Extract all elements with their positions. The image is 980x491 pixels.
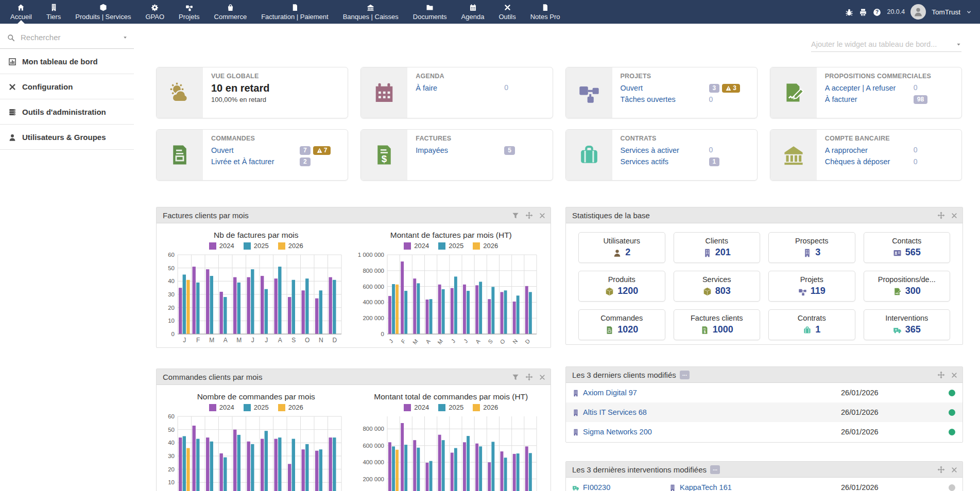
nav-item-facturation-paiement[interactable]: Facturation | Paiement: [254, 0, 336, 24]
panel-title: Les 3 dernières interventions modifiées: [572, 465, 707, 474]
kpi-row: Services à activer0: [621, 145, 750, 156]
chart-legend: 202420252026: [160, 242, 352, 250]
stat-box-services[interactable]: Services803: [674, 271, 761, 302]
more-button[interactable]: ...: [680, 371, 690, 379]
close-icon[interactable]: [539, 372, 545, 381]
kpi-row: Services actifs1: [621, 156, 750, 167]
printer-icon[interactable]: [859, 7, 867, 16]
stat-box-factures-clients[interactable]: Factures clients$1000: [674, 309, 761, 340]
svg-text:600 000: 600 000: [363, 284, 384, 290]
client-link[interactable]: KappaTech 161: [669, 483, 841, 491]
svg-text:10: 10: [168, 479, 175, 485]
kpi-row-link[interactable]: Services actifs: [621, 156, 709, 167]
stat-box-projets[interactable]: Projets119: [768, 271, 855, 302]
move-icon[interactable]: [525, 372, 533, 381]
kpi-row-link[interactable]: A rapprocher: [825, 145, 914, 156]
building-icon: [703, 248, 712, 257]
nav-item-documents[interactable]: Documents: [406, 0, 454, 24]
stat-box-propositions-de[interactable]: Propositions/de...300: [864, 271, 951, 302]
sidebar-item-mon-tableau-de-bord[interactable]: Mon tableau de bord: [0, 49, 134, 74]
stat-box-contacts[interactable]: Contacts565: [864, 232, 951, 263]
close-icon[interactable]: [539, 211, 545, 220]
kpi-row-link[interactable]: Livrée et À facturer: [211, 156, 300, 167]
stat-value: 565: [905, 247, 921, 258]
move-icon[interactable]: [525, 211, 533, 220]
svg-text:800 000: 800 000: [363, 268, 384, 274]
nav-item-label: Projets: [179, 13, 199, 21]
stat-label: Utilisateurs: [581, 237, 663, 245]
stat-box-interventions[interactable]: Interventions365: [864, 309, 951, 340]
nav-item-gpao[interactable]: GPAO: [138, 0, 171, 24]
search-input[interactable]: [20, 32, 118, 42]
stats-grid: Utilisateurs2Clients201Prospects3Contact…: [566, 223, 962, 349]
more-button[interactable]: ...: [710, 465, 720, 474]
search-caret-icon[interactable]: [123, 33, 128, 42]
stat-box-utilisateurs[interactable]: Utilisateurs2: [578, 232, 665, 263]
avatar[interactable]: [910, 4, 926, 20]
kpi-row-link[interactable]: A accepter | A refuser: [825, 82, 914, 94]
kpi-row-link[interactable]: Services à activer: [621, 145, 709, 156]
modified-date: 26/01/2026: [841, 408, 942, 416]
kpi-card-commandes: COMMANDESOuvert77Livrée et À facturer2: [156, 129, 348, 181]
svg-text:200 000: 200 000: [363, 476, 384, 482]
note-icon: [541, 3, 549, 11]
bug-icon[interactable]: [845, 7, 853, 16]
kpi-sub-value: 100,00% en retard: [211, 96, 340, 103]
close-icon[interactable]: [951, 465, 957, 474]
stat-box-clients[interactable]: Clients201: [674, 232, 761, 263]
svg-text:50: 50: [168, 265, 175, 271]
kpi-row-link[interactable]: Chèques à déposer: [825, 156, 914, 167]
client-link[interactable]: Altis IT Services 68: [572, 408, 841, 416]
nav-item-accueil[interactable]: Accueil: [3, 0, 39, 24]
nav-item-notes-pro[interactable]: Notes Pro: [523, 0, 568, 24]
svg-text:60: 60: [168, 413, 175, 419]
stat-box-produits[interactable]: Produits1200: [578, 271, 665, 302]
svg-text:M: M: [237, 337, 242, 344]
close-icon[interactable]: [951, 211, 957, 220]
nav-item-tiers[interactable]: Tiers: [39, 0, 68, 24]
kpi-row-link[interactable]: Tâches ouvertes: [621, 94, 709, 105]
panel-commandes-clients-par-mois: Commandes clients par mois Nombre de com…: [156, 369, 551, 491]
sidebar-item-label: Utilisateurs & Groupes: [22, 133, 106, 142]
sidebar-item-utilisateurs-groupes[interactable]: Utilisateurs & Groupes: [0, 125, 134, 150]
dolibarr-dashboard: AccueilTiersProduits | ServicesGPAOProje…: [0, 0, 980, 491]
move-icon[interactable]: [937, 211, 945, 220]
nav-item-label: Produits | Services: [75, 13, 131, 21]
filter-icon[interactable]: [512, 211, 519, 220]
stat-box-contrats[interactable]: Contrats1: [768, 309, 855, 340]
svg-text:J: J: [450, 338, 456, 344]
move-icon[interactable]: [937, 465, 945, 474]
status-dot-green: [949, 429, 955, 435]
kpi-row-link[interactable]: À facturer: [825, 94, 914, 105]
add-widget-select[interactable]: Ajouter le widget au tableau de bord...: [811, 37, 961, 52]
nav-item-label: Documents: [413, 13, 447, 21]
sidebar-search: [0, 24, 134, 49]
user-menu[interactable]: TomTrust: [932, 8, 960, 16]
nav-item-outils[interactable]: Outils: [491, 0, 523, 24]
sidebar-item-outils-d-administration[interactable]: Outils d'administration: [0, 99, 134, 125]
help-icon[interactable]: ?: [873, 7, 881, 16]
truck-icon: [572, 483, 579, 491]
intervention-link[interactable]: FI00230: [572, 483, 669, 491]
client-link[interactable]: Axiom Digital 97: [572, 389, 841, 397]
legend-item-2024: 2024: [209, 242, 234, 250]
kpi-row-link[interactable]: Ouvert: [621, 82, 709, 94]
stat-box-prospects[interactable]: Prospects3: [768, 232, 855, 263]
close-icon[interactable]: [951, 370, 957, 379]
svg-text:$: $: [382, 153, 387, 164]
filter-icon[interactable]: [512, 372, 519, 381]
nav-item-commerce[interactable]: Commerce: [207, 0, 254, 24]
kpi-row-link[interactable]: À faire: [416, 82, 504, 94]
nav-item-banques-caisses[interactable]: Banques | Caisses: [336, 0, 406, 24]
kpi-row-link[interactable]: Impayées: [416, 145, 504, 156]
stat-label: Clients: [676, 237, 758, 245]
stat-box-commandes[interactable]: Commandes1020: [578, 309, 665, 340]
kpi-row-link[interactable]: Ouvert: [211, 145, 300, 156]
client-link[interactable]: Sigma Networks 200: [572, 428, 841, 436]
stat-label: Propositions/de...: [866, 275, 948, 284]
nav-item-projets[interactable]: Projets: [171, 0, 207, 24]
nav-item-agenda[interactable]: Agenda: [454, 0, 492, 24]
move-icon[interactable]: [937, 370, 945, 379]
nav-item-produits-services[interactable]: Produits | Services: [68, 0, 138, 24]
sidebar-item-configuration[interactable]: Configuration: [0, 74, 134, 99]
